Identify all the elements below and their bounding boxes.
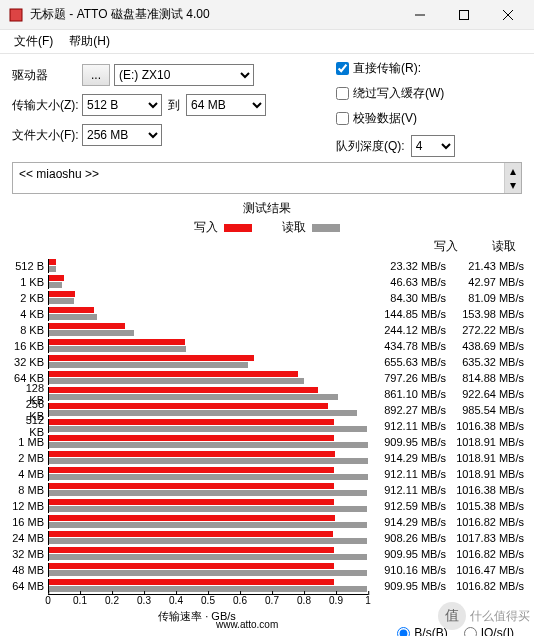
x-tick: 0.1: [73, 595, 87, 606]
row-label: 512 B: [8, 260, 48, 272]
window-title: 无标题 - ATTO 磁盘基准测试 4.00: [30, 6, 398, 23]
data-row: 12 MB912.59 MB/s1015.38 MB/s: [8, 498, 526, 514]
bar-area: [48, 403, 368, 417]
value-write: 23.32 MB/s: [368, 260, 446, 272]
app-icon: [8, 7, 24, 23]
bypass-cache-checkbox[interactable]: 绕过写入缓存(W): [336, 85, 522, 102]
queue-depth-label: 队列深度(Q):: [336, 138, 405, 155]
data-row: 4 KB144.85 MB/s153.98 MB/s: [8, 306, 526, 322]
bar-area: [48, 435, 368, 449]
value-write: 861.10 MB/s: [368, 388, 446, 400]
results-chart: 测试结果 写入 读取 写入 读取 512 B23.32 MB/s21.43 MB…: [0, 200, 534, 624]
bar-area: [48, 531, 368, 545]
scroll-down-icon[interactable]: ▾: [504, 177, 521, 193]
row-label: 4 MB: [8, 468, 48, 480]
row-label: 4 KB: [8, 308, 48, 320]
bar-area: [48, 483, 368, 497]
value-write: 892.27 MB/s: [368, 404, 446, 416]
value-write: 912.59 MB/s: [368, 500, 446, 512]
bar-area: [48, 451, 368, 465]
data-row: 16 KB434.78 MB/s438.69 MB/s: [8, 338, 526, 354]
data-row: 2 MB914.29 MB/s1018.91 MB/s: [8, 450, 526, 466]
value-write: 144.85 MB/s: [368, 308, 446, 320]
value-read: 21.43 MB/s: [446, 260, 524, 272]
bar-read: [49, 410, 357, 416]
data-row: 16 MB914.29 MB/s1016.82 MB/s: [8, 514, 526, 530]
io-size-label: 传输大小(Z):: [12, 97, 82, 114]
value-read: 635.32 MB/s: [446, 356, 524, 368]
bar-area: [48, 259, 368, 273]
bar-area: [48, 291, 368, 305]
data-row: 64 MB909.95 MB/s1016.82 MB/s: [8, 578, 526, 594]
bar-area: [48, 323, 368, 337]
bar-read: [49, 458, 368, 464]
minimize-button[interactable]: [398, 0, 442, 30]
value-write: 912.11 MB/s: [368, 420, 446, 432]
bar-write: [49, 483, 334, 489]
legend-write-swatch: [224, 224, 252, 232]
bar-read: [49, 362, 248, 368]
value-read: 1017.83 MB/s: [446, 532, 524, 544]
data-row: 128 KB861.10 MB/s922.64 MB/s: [8, 386, 526, 402]
value-write: 909.95 MB/s: [368, 580, 446, 592]
bar-area: [48, 275, 368, 289]
description-box[interactable]: << miaoshu >> ▴ ▾: [12, 162, 522, 194]
bar-write: [49, 371, 298, 377]
value-write: 46.63 MB/s: [368, 276, 446, 288]
bar-area: [48, 371, 368, 385]
bar-area: [48, 563, 368, 577]
x-tick: 1: [365, 595, 371, 606]
io-to-select[interactable]: 64 MB: [186, 94, 266, 116]
bar-write: [49, 451, 335, 457]
queue-depth-select[interactable]: 4: [411, 135, 455, 157]
value-write: 909.95 MB/s: [368, 436, 446, 448]
bar-write: [49, 531, 333, 537]
bar-write: [49, 339, 185, 345]
bar-area: [48, 515, 368, 529]
value-write: 912.11 MB/s: [368, 468, 446, 480]
bar-read: [49, 394, 338, 400]
menu-help[interactable]: 帮助(H): [61, 31, 118, 52]
bar-area: [48, 355, 368, 369]
legend-read-label: 读取: [282, 219, 306, 236]
file-size-select[interactable]: 256 MB: [82, 124, 162, 146]
value-write: 910.16 MB/s: [368, 564, 446, 576]
value-write: 908.26 MB/s: [368, 532, 446, 544]
bar-write: [49, 387, 318, 393]
io-from-select[interactable]: 512 B: [82, 94, 162, 116]
x-tick: 0.9: [329, 595, 343, 606]
bar-read: [49, 506, 367, 512]
legend-read-swatch: [312, 224, 340, 232]
maximize-button[interactable]: [442, 0, 486, 30]
value-read: 438.69 MB/s: [446, 340, 524, 352]
bar-read: [49, 298, 74, 304]
bar-read: [49, 522, 367, 528]
bar-write: [49, 499, 334, 505]
bar-read: [49, 266, 56, 272]
watermark: 值 什么值得买: [438, 602, 530, 630]
description-text: << miaoshu >>: [19, 167, 99, 181]
bar-write: [49, 579, 334, 585]
bar-read: [49, 330, 134, 336]
titlebar: 无标题 - ATTO 磁盘基准测试 4.00: [0, 0, 534, 30]
direct-io-checkbox[interactable]: 直接传输(R):: [336, 60, 522, 77]
drive-select[interactable]: (E:) ZX10: [114, 64, 254, 86]
close-button[interactable]: [486, 0, 530, 30]
browse-button[interactable]: ...: [82, 64, 110, 86]
row-label: 24 MB: [8, 532, 48, 544]
data-row: 32 KB655.63 MB/s635.32 MB/s: [8, 354, 526, 370]
bar-read: [49, 442, 368, 448]
menu-file[interactable]: 文件(F): [6, 31, 61, 52]
value-read: 1018.91 MB/s: [446, 452, 524, 464]
bar-write: [49, 403, 328, 409]
x-tick: 0.6: [233, 595, 247, 606]
data-row: 256 KB892.27 MB/s985.54 MB/s: [8, 402, 526, 418]
bar-read: [49, 314, 97, 320]
bar-read: [49, 538, 367, 544]
bar-write: [49, 547, 334, 553]
data-row: 4 MB912.11 MB/s1018.91 MB/s: [8, 466, 526, 482]
io-to-label: 到: [168, 97, 180, 114]
row-label: 48 MB: [8, 564, 48, 576]
menubar: 文件(F) 帮助(H): [0, 30, 534, 54]
verify-checkbox[interactable]: 校验数据(V): [336, 110, 522, 127]
